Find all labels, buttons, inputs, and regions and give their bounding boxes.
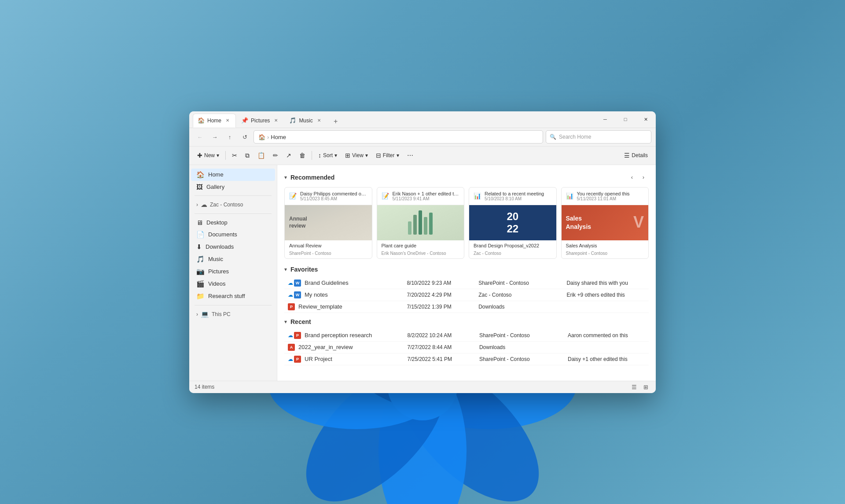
view-icon: ⊞	[345, 152, 350, 159]
share-button[interactable]: ↗	[283, 149, 295, 162]
tab-music[interactable]: 🎵 Music ✕	[285, 114, 327, 128]
recommended-prev-button[interactable]: ‹	[627, 172, 637, 183]
rec-card-plant[interactable]: 📝 Erik Nason + 1 other edited this 5/11/…	[377, 187, 465, 259]
sidebar-item-desktop[interactable]: 🖥 Desktop 📌	[191, 217, 275, 228]
rec-card-brand[interactable]: 📊 Related to a recent meeting 5/10/2023 …	[469, 187, 557, 259]
music-sidebar-icon: 🎵	[196, 255, 205, 263]
file-ur-project-name: ☁ P UR Project	[288, 356, 400, 363]
back-button[interactable]: ←	[194, 131, 206, 143]
explorer-window: 🏠 Home ✕ 📌 Pictures ✕ 🎵 Music ✕ + ─ □ ✕ …	[189, 111, 656, 393]
recent-toggle[interactable]: ▾	[284, 319, 287, 325]
table-row[interactable]: ☁ W My notes 7/20/2022 4:29 PM Zac - Con…	[284, 289, 649, 301]
more-button[interactable]: ⋯	[404, 149, 417, 162]
address-bar: ← → ↑ ↺ 🏠 › Home 🔍 Search Home	[189, 128, 656, 147]
favorites-title: Favorites	[290, 266, 318, 273]
recommended-next-button[interactable]: ›	[638, 172, 649, 183]
sidebar-item-music[interactable]: 🎵 Music 📌	[191, 253, 275, 265]
rec-card-annual[interactable]: 📝 Daisy Philipps commented on... 5/11/20…	[284, 187, 372, 259]
close-button[interactable]: ✕	[636, 111, 656, 128]
sidebar-group-zac[interactable]: › ☁ Zac - Contoso	[191, 199, 275, 211]
tab-music-close[interactable]: ✕	[316, 117, 323, 124]
copy-button[interactable]: ⧉	[242, 149, 253, 162]
search-box[interactable]: 🔍 Search Home	[546, 130, 651, 143]
recent-section-header: ▾ Recent	[284, 318, 649, 325]
sort-button[interactable]: ↕ Sort ▾	[315, 149, 341, 162]
maximize-button[interactable]: □	[615, 111, 636, 128]
tabs-area: 🏠 Home ✕ 📌 Pictures ✕ 🎵 Music ✕ +	[189, 111, 595, 128]
sidebar-desktop-label: Desktop	[206, 219, 228, 226]
sidebar-research-label: Research stuff	[208, 293, 245, 299]
review-template-date: 7/15/2022 1:39 PM	[403, 301, 475, 313]
tab-music-label: Music	[299, 118, 312, 124]
sidebar-item-research[interactable]: 📁 Research stuff	[191, 290, 275, 302]
table-row[interactable]: ☁ P UR Project 7/25/2022 5:41 PM SharePo…	[284, 353, 649, 365]
table-row[interactable]: P Review_template 7/15/2022 1:39 PM Down…	[284, 301, 649, 313]
table-row[interactable]: ☁ P Brand perception research 8/2/2022 1…	[284, 330, 649, 342]
brand-perception-date: 8/2/2022 10:24 AM	[404, 330, 475, 342]
sort-icon: ↕	[318, 152, 321, 159]
pictures-sidebar-icon: 📷	[196, 268, 205, 276]
rec-card-brand-header: 📊 Related to a recent meeting 5/10/2023 …	[469, 188, 556, 205]
sidebar-documents-label: Documents	[208, 231, 237, 238]
tab-pictures[interactable]: 📌 Pictures ✕	[237, 114, 284, 128]
annual-card-date: 5/11/2023 8:45 AM	[300, 196, 367, 201]
rename-button[interactable]: ✏	[269, 149, 282, 162]
table-row[interactable]: A 2022_year_in_review 7/27/2022 8:44 AM …	[284, 341, 649, 353]
tab-home-close[interactable]: ✕	[224, 117, 231, 124]
list-view-button[interactable]: ☰	[629, 382, 639, 392]
address-path[interactable]: 🏠 › Home	[254, 130, 543, 143]
filter-button[interactable]: ⊟ Filter ▾	[372, 149, 403, 162]
sidebar-home-label: Home	[208, 171, 224, 178]
new-button[interactable]: ✚ New ▾	[194, 149, 223, 162]
favorites-toggle[interactable]: ▾	[284, 266, 287, 272]
rec-card-sales[interactable]: 📊 You recently opened this 5/11/2023 11:…	[561, 187, 649, 259]
sidebar-music-label: Music	[208, 256, 223, 262]
new-icon: ✚	[197, 152, 202, 159]
brand-card-info: Related to a recent meeting 5/10/2023 8:…	[485, 191, 552, 201]
sidebar-pictures-label: Pictures	[208, 268, 229, 275]
minimize-button[interactable]: ─	[595, 111, 615, 128]
sales-card-source: Sharepoint - Contoso	[562, 251, 649, 258]
recommended-nav: ‹ ›	[627, 172, 649, 183]
sidebar-item-pictures[interactable]: 📷 Pictures 📌	[191, 265, 275, 278]
rec-card-plant-header: 📝 Erik Nason + 1 other edited this 5/11/…	[377, 188, 464, 205]
new-label: New	[204, 152, 215, 158]
gallery-sidebar-icon: 🖼	[196, 183, 203, 191]
recommended-toggle[interactable]: ▾	[284, 174, 287, 180]
sidebar-item-documents[interactable]: 📄 Documents 📌	[191, 228, 275, 241]
brand-card-filename: Brand Design Proposal_v2022	[469, 240, 556, 251]
refresh-button[interactable]: ↺	[239, 131, 251, 143]
tab-pictures-close[interactable]: ✕	[272, 117, 279, 124]
sidebar-item-home[interactable]: 🏠 Home	[191, 169, 275, 181]
cloud-icon-2: ☁	[288, 292, 293, 298]
new-chevron: ▾	[217, 152, 219, 158]
details-button[interactable]: ☰ Details	[621, 149, 651, 162]
sidebar-item-downloads[interactable]: ⬇ Downloads 📌	[191, 241, 275, 253]
delete-button[interactable]: 🗑	[296, 149, 309, 162]
paste-button[interactable]: 📋	[254, 149, 268, 162]
up-button[interactable]: ↑	[224, 131, 236, 143]
review-template-label: Review_template	[298, 303, 342, 310]
ur-project-activity: Daisy +1 other edited this	[564, 353, 649, 365]
table-row[interactable]: ☁ W Brand Guidelines 8/10/2022 9:23 AM S…	[284, 277, 649, 289]
sidebar-item-videos[interactable]: 🎬 Videos 📌	[191, 278, 275, 290]
forward-button[interactable]: →	[209, 131, 221, 143]
recent-list: ☁ P Brand perception research 8/2/2022 1…	[284, 330, 649, 365]
my-notes-icons: ☁ W	[288, 291, 301, 298]
brand-card-source: Zac - Contoso	[469, 251, 556, 258]
sidebar-divider-2	[195, 213, 272, 214]
home-tab-icon: 🏠	[198, 117, 205, 124]
cut-button[interactable]: ✂	[228, 149, 241, 162]
grid-view-button[interactable]: ⊞	[641, 382, 650, 392]
brand-perception-activity: Aaron commented on this	[564, 330, 649, 342]
cut-icon: ✂	[232, 152, 237, 159]
annual-card-info: Daisy Philipps commented on... 5/11/2023…	[300, 191, 367, 201]
view-button[interactable]: ⊞ View ▾	[342, 149, 371, 162]
recommended-section-header: ▾ Recommended ‹ ›	[284, 172, 649, 183]
tab-add-button[interactable]: +	[330, 115, 342, 128]
rec-card-sales-header: 📊 You recently opened this 5/11/2023 11:…	[562, 188, 649, 205]
sidebar-item-gallery[interactable]: 🖼 Gallery	[191, 181, 275, 193]
sidebar-this-pc[interactable]: › 💻 This PC	[191, 308, 275, 320]
sidebar-zac-label: Zac - Contoso	[210, 202, 243, 208]
tab-home[interactable]: 🏠 Home ✕	[193, 114, 236, 128]
